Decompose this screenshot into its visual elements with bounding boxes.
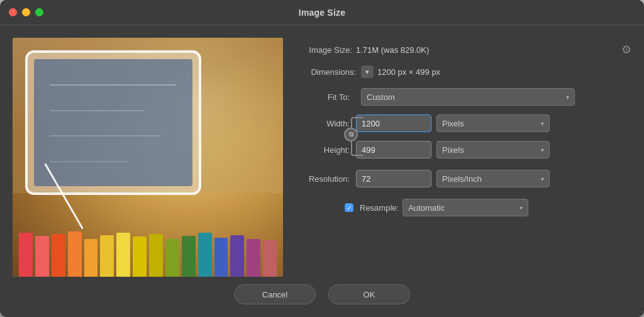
gear-icon[interactable]: ⚙ (621, 43, 631, 57)
minimize-button[interactable] (22, 8, 30, 16)
width-label: Width: (296, 119, 356, 128)
close-button[interactable] (9, 8, 17, 16)
fit-to-dropdown[interactable]: Custom ▾ (361, 88, 575, 106)
dimensions-label: Dimensions: (296, 67, 356, 77)
preview-inner (13, 38, 283, 277)
height-unit-chevron-icon: ▾ (541, 147, 544, 153)
image-size-label: Image Size: (296, 45, 352, 55)
fit-to-chevron-icon: ▾ (566, 94, 569, 101)
dimensions-row: Dimensions: ▾ 1200 px × 499 px (296, 65, 631, 78)
width-input[interactable] (356, 114, 431, 132)
height-unit-value: Pixels (442, 145, 464, 155)
cancel-button[interactable]: Cancel (234, 284, 316, 304)
maximize-button[interactable] (35, 8, 43, 16)
dimensions-value: 1200 px × 499 px (377, 67, 440, 77)
title-bar: Image Size (0, 0, 644, 25)
pencils (13, 226, 283, 277)
bottom-buttons: Cancel OK (0, 277, 644, 317)
right-panel: Image Size: 1.71M (was 829.0K) ⚙ Dimensi… (296, 38, 631, 264)
resolution-input[interactable] (356, 170, 431, 187)
ok-button[interactable]: OK (328, 284, 410, 304)
resample-chevron-icon: ▾ (519, 204, 523, 211)
resample-value: Automatic (408, 203, 445, 213)
resample-dropdown[interactable]: Automatic ▾ (402, 199, 528, 216)
link-icon[interactable]: ⧉ (344, 128, 358, 142)
width-unit-dropdown[interactable]: Pixels ▾ (436, 114, 550, 132)
width-height-group: ⧉ Width: Pixels ▾ Height: Pixels (296, 114, 631, 167)
resample-checkbox-area: ✓ (296, 203, 356, 212)
resolution-unit-dropdown[interactable]: Pixels/Inch ▾ (436, 170, 550, 187)
height-row: Height: Pixels ▾ (296, 141, 631, 158)
fit-to-label: Fit To: (296, 92, 356, 102)
height-input[interactable] (356, 141, 431, 158)
resample-checkbox[interactable]: ✓ (345, 203, 353, 212)
main-content: Image Size: 1.71M (was 829.0K) ⚙ Dimensi… (0, 25, 644, 277)
image-size-dialog: Image Size (0, 0, 644, 317)
dimensions-chevron[interactable]: ▾ (361, 65, 374, 78)
height-unit-dropdown[interactable]: Pixels ▾ (436, 141, 550, 158)
resolution-row: Resolution: Pixels/Inch ▾ (296, 170, 631, 187)
image-size-row: Image Size: 1.71M (was 829.0K) ⚙ (296, 43, 631, 57)
image-preview (13, 38, 283, 277)
fit-to-row: Fit To: Custom ▾ (296, 88, 631, 106)
width-unit-value: Pixels (442, 119, 464, 128)
window-controls (9, 8, 43, 16)
resample-label: Resample: (360, 203, 399, 213)
fit-to-value: Custom (367, 92, 395, 102)
resample-row: ✓ Resample: Automatic ▾ (296, 199, 631, 216)
image-size-value: 1.71M (was 829.0K) (356, 45, 429, 55)
resolution-unit-value: Pixels/Inch (442, 174, 482, 184)
height-label: Height: (296, 145, 356, 155)
resolution-label: Resolution: (296, 174, 356, 184)
image-size-inner: Image Size: 1.71M (was 829.0K) (296, 45, 429, 55)
width-unit-chevron-icon: ▾ (541, 120, 544, 127)
resolution-unit-chevron-icon: ▾ (541, 175, 544, 182)
dialog-title: Image Size (299, 8, 345, 18)
